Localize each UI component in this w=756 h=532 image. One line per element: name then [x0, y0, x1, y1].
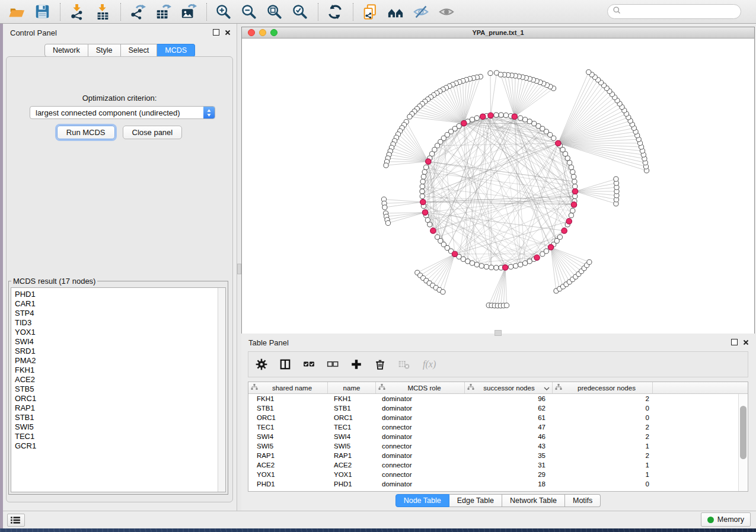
ring-node[interactable] [523, 117, 528, 122]
create-column-button[interactable] [349, 357, 365, 372]
ring-node[interactable] [518, 262, 523, 267]
save-session-button[interactable] [32, 2, 53, 22]
mcds-result-item[interactable]: STB1 [15, 413, 225, 422]
export-network-button[interactable] [127, 2, 149, 22]
show-all-button[interactable] [436, 2, 458, 22]
ring-node[interactable] [523, 261, 528, 265]
memory-button[interactable]: Memory [701, 512, 751, 527]
column-header-predecessor-nodes[interactable]: predecessor nodes [553, 382, 653, 393]
zoom-fit-button[interactable] [264, 2, 286, 22]
ring-node[interactable] [479, 264, 484, 268]
mcds-hub-node[interactable] [534, 255, 540, 260]
window-minimize-button[interactable] [259, 29, 266, 36]
ring-node[interactable] [567, 161, 572, 165]
first-neighbors-button[interactable] [385, 2, 407, 22]
vertical-splitter-handle[interactable] [237, 264, 241, 274]
mcds-hub-node[interactable] [548, 245, 553, 250]
leaf-node[interactable] [504, 303, 509, 307]
tab-select[interactable]: Select [121, 44, 158, 57]
ring-node[interactable] [474, 262, 479, 267]
ring-node[interactable] [422, 169, 427, 174]
table-row[interactable]: STB1STB1dominator620 [248, 403, 748, 413]
close-panel-button[interactable]: Close panel [123, 126, 183, 139]
mcds-hub-node[interactable] [562, 228, 567, 233]
ring-node[interactable] [465, 259, 470, 264]
mcds-hub-node[interactable] [430, 228, 436, 233]
mcds-result-item[interactable]: SRD1 [15, 347, 225, 356]
mcds-hub-node[interactable] [420, 199, 426, 204]
mcds-hub-node[interactable] [503, 265, 508, 270]
table-row[interactable]: ORC1ORC1dominator610 [248, 413, 748, 422]
mcds-hub-node[interactable] [556, 140, 561, 146]
ring-node[interactable] [573, 184, 578, 189]
tab-mcds[interactable]: MCDS [157, 44, 195, 57]
ring-node[interactable] [428, 222, 432, 227]
ring-node[interactable] [420, 189, 425, 194]
ring-node[interactable] [421, 174, 426, 179]
zoom-selected-button[interactable] [290, 2, 311, 22]
leaf-node[interactable] [441, 290, 445, 294]
zoom-out-button[interactable] [239, 2, 260, 22]
mcds-result-item[interactable]: ACE2 [15, 375, 225, 384]
mcds-hub-node[interactable] [461, 120, 467, 126]
ring-node[interactable] [509, 264, 513, 269]
ring-node[interactable] [503, 113, 508, 118]
network-canvas[interactable] [242, 39, 754, 334]
ring-node[interactable] [527, 259, 532, 264]
column-header-MCDS-role[interactable]: MCDS role [376, 382, 465, 393]
search-input[interactable] [624, 7, 736, 17]
table-tab-node-table[interactable]: Node Table [395, 494, 449, 507]
ring-node[interactable] [489, 265, 494, 270]
ring-node[interactable] [527, 119, 532, 124]
ring-node[interactable] [494, 265, 499, 270]
leaf-node[interactable] [385, 220, 390, 225]
mcds-result-item[interactable]: PMA2 [15, 356, 225, 366]
mcds-result-item[interactable]: FKH1 [15, 366, 225, 375]
mcds-result-item[interactable]: ORC1 [15, 394, 225, 403]
leaf-node[interactable] [384, 163, 388, 168]
float-table-panel-icon[interactable] [731, 339, 738, 345]
column-header-successor-nodes[interactable]: successor nodes [465, 382, 553, 393]
network-window-titlebar[interactable]: YPA_prune.txt_1 [242, 27, 754, 39]
leaf-node[interactable] [488, 70, 493, 75]
mcds-hub-node[interactable] [571, 202, 576, 207]
tab-network[interactable]: Network [44, 44, 88, 57]
ring-node[interactable] [569, 213, 573, 218]
ring-node[interactable] [532, 121, 537, 126]
ring-node[interactable] [474, 116, 479, 120]
mcds-result-item[interactable]: CAR1 [15, 299, 225, 309]
mcds-result-item[interactable]: PHD1 [15, 290, 225, 299]
mcds-result-item[interactable]: TID3 [15, 318, 225, 328]
column-header-shared-name[interactable]: shared name [248, 382, 328, 393]
leaf-node[interactable] [498, 72, 503, 77]
ring-node[interactable] [461, 257, 465, 261]
run-mcds-button[interactable]: Run MCDS [57, 126, 115, 139]
table-row[interactable]: SWI4SWI4dominator462 [248, 432, 748, 441]
window-close-button[interactable] [248, 29, 255, 36]
ring-node[interactable] [470, 261, 474, 265]
ring-node[interactable] [518, 116, 523, 120]
table-scrollbar-thumb[interactable] [740, 406, 747, 459]
new-network-from-selection-button[interactable] [360, 2, 381, 22]
mcds-result-item[interactable]: STP4 [15, 309, 225, 318]
table-row[interactable]: PHD1PHD1dominator180 [248, 479, 748, 489]
mcds-result-item[interactable]: SWI4 [15, 337, 225, 347]
mcds-result-item[interactable]: GCR1 [15, 441, 225, 451]
mcds-hub-node[interactable] [452, 251, 457, 257]
close-panel-icon[interactable] [225, 30, 231, 36]
table-row[interactable]: ACE2ACE2connector311 [248, 460, 748, 470]
ring-node[interactable] [420, 184, 425, 189]
ring-node[interactable] [425, 217, 430, 222]
ring-node[interactable] [544, 249, 548, 254]
mcds-result-item[interactable]: TEC1 [15, 432, 225, 441]
result-scrollbar[interactable] [218, 288, 225, 492]
ring-node[interactable] [513, 264, 518, 268]
mcds-hub-node[interactable] [426, 159, 431, 164]
leaf-node[interactable] [587, 259, 592, 264]
tab-style[interactable]: Style [88, 44, 121, 57]
mcds-result-item[interactable]: SWI5 [15, 422, 225, 432]
mcds-hub-node[interactable] [572, 188, 578, 194]
ring-node[interactable] [470, 117, 474, 122]
hide-selected-button[interactable] [411, 2, 432, 22]
apply-layout-button[interactable] [325, 2, 346, 22]
